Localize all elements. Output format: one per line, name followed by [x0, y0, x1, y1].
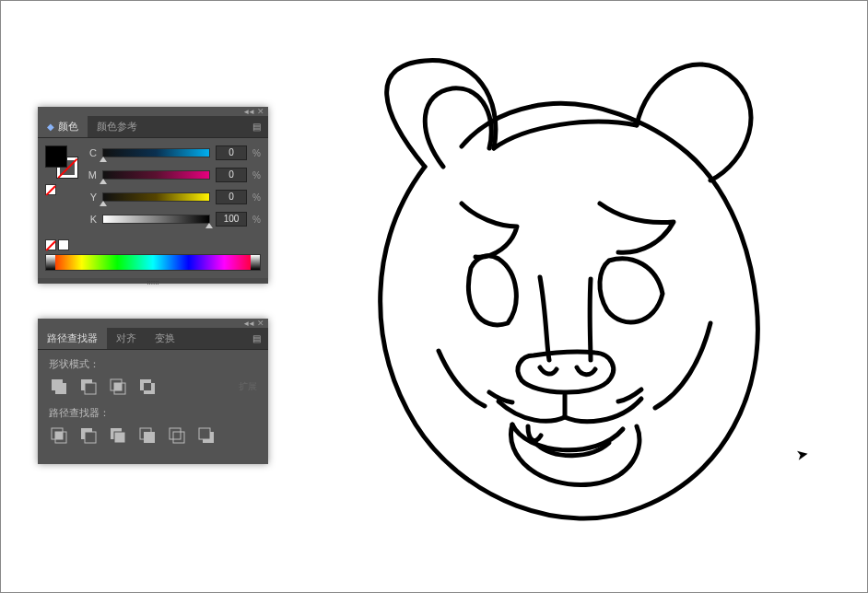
expand-button: 扩展 — [239, 380, 257, 393]
pathfinder-panel: ◄◄ ✕ 路径查找器 对齐 变换 ▤ 形状模式： — [38, 319, 268, 464]
svg-rect-3 — [85, 383, 96, 394]
trim-button[interactable] — [78, 425, 99, 446]
slider-k-row: K 100 % — [86, 212, 261, 227]
panel-topbar: ◄◄ ✕ — [38, 107, 268, 116]
cmyk-sliders: C 0 % M 0 % Y 0 % K 100 % — [86, 145, 261, 228]
tab-label: 颜色参考 — [97, 120, 137, 134]
slider-k-value[interactable]: 100 — [216, 212, 247, 227]
fill-swatch[interactable] — [45, 145, 67, 168]
slider-c-value[interactable]: 0 — [216, 145, 247, 160]
svg-rect-1 — [55, 383, 66, 394]
slider-c[interactable] — [102, 148, 210, 157]
shape-modes-row: 扩展 — [49, 377, 257, 397]
color-footer — [38, 236, 268, 278]
footer-white-swatch[interactable] — [58, 239, 69, 250]
slider-label: Y — [86, 192, 97, 203]
tab-color-guide[interactable]: 颜色参考 — [88, 116, 147, 137]
exclude-button[interactable] — [137, 377, 158, 397]
slider-y-row: Y 0 % — [86, 190, 261, 204]
crop-button[interactable] — [137, 425, 158, 446]
slider-label: M — [86, 169, 97, 180]
svg-rect-20 — [173, 432, 184, 443]
slider-k[interactable] — [102, 215, 210, 224]
slider-y[interactable] — [102, 192, 210, 202]
svg-rect-18 — [144, 432, 155, 443]
canvas-artwork — [314, 29, 849, 563]
pct-label: % — [252, 148, 261, 158]
outline-button[interactable] — [167, 425, 187, 446]
pathfinders-row — [49, 425, 257, 446]
panel-menu-icon[interactable]: ▤ — [245, 122, 268, 132]
fill-stroke-swatches — [45, 145, 78, 228]
slider-label: C — [86, 147, 97, 158]
pathfinders-label: 路径查找器： — [49, 406, 257, 420]
expand-icon: ◆ — [47, 122, 54, 132]
svg-rect-19 — [170, 428, 181, 439]
intersect-button[interactable] — [108, 377, 128, 397]
tab-pathfinder[interactable]: 路径查找器 — [38, 328, 107, 349]
pathfinder-tabs: 路径查找器 对齐 变换 ▤ — [38, 328, 268, 350]
collapse-arrows-icon[interactable]: ◄◄ — [242, 320, 253, 328]
tab-label: 对齐 — [116, 331, 136, 345]
pct-label: % — [252, 215, 261, 225]
tab-label: 路径查找器 — [47, 331, 98, 345]
divide-button[interactable] — [49, 425, 69, 446]
minus-front-button[interactable] — [78, 377, 99, 397]
slider-label: K — [86, 214, 97, 225]
slider-m-value[interactable]: 0 — [216, 168, 247, 182]
svg-rect-16 — [114, 432, 125, 443]
unite-button[interactable] — [49, 377, 69, 397]
tab-transform[interactable]: 变换 — [146, 328, 184, 349]
svg-rect-6 — [114, 383, 122, 390]
svg-rect-14 — [85, 432, 96, 443]
pct-label: % — [252, 170, 261, 180]
tab-label: 颜色 — [58, 120, 78, 134]
panel-menu-icon[interactable]: ▤ — [245, 333, 268, 343]
close-panel-icon[interactable]: ✕ — [257, 319, 264, 328]
footer-none-swatch[interactable] — [45, 239, 56, 250]
svg-rect-22 — [199, 428, 210, 439]
svg-rect-9 — [144, 383, 151, 390]
collapse-arrows-icon[interactable]: ◄◄ — [242, 108, 253, 116]
minus-back-button[interactable] — [196, 425, 217, 446]
svg-rect-12 — [55, 432, 63, 439]
tab-label: 变换 — [155, 331, 175, 345]
tab-align[interactable]: 对齐 — [107, 328, 146, 349]
merge-button[interactable] — [108, 425, 128, 446]
slider-c-row: C 0 % — [86, 145, 261, 160]
slider-m-row: M 0 % — [86, 168, 261, 182]
pct-label: % — [252, 192, 261, 203]
tab-color[interactable]: ◆ 颜色 — [38, 116, 88, 137]
color-panel-body: C 0 % M 0 % Y 0 % K 100 % — [38, 138, 268, 236]
spectrum-picker[interactable] — [45, 254, 261, 271]
shape-modes-label: 形状模式： — [49, 357, 257, 371]
close-panel-icon[interactable]: ✕ — [257, 107, 264, 116]
none-swatch[interactable] — [45, 184, 56, 195]
panel-resizer[interactable]: :::::: — [38, 278, 268, 284]
color-panel-tabs: ◆ 颜色 颜色参考 ▤ — [38, 116, 268, 138]
color-panel: ◄◄ ✕ ◆ 颜色 颜色参考 ▤ C 0 % M — [38, 107, 268, 284]
pathfinder-body: 形状模式： 扩展 路径查找器： — [38, 350, 268, 464]
panel-topbar: ◄◄ ✕ — [38, 319, 268, 328]
slider-y-value[interactable]: 0 — [216, 190, 247, 204]
slider-m[interactable] — [102, 170, 210, 180]
mini-swatches — [45, 184, 56, 195]
